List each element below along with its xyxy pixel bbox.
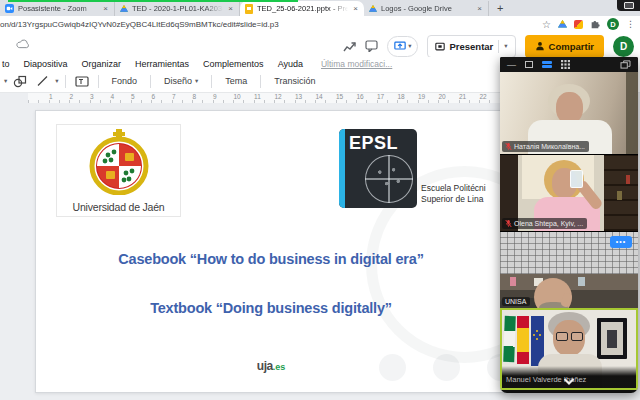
slide[interactable]: Universidad de Jaén EPSL Escuela Politéc… bbox=[35, 110, 507, 393]
close-icon[interactable]: × bbox=[227, 5, 234, 13]
drinking-glass-decor bbox=[570, 170, 583, 188]
menu-herramientas[interactable]: Herramientas bbox=[128, 59, 196, 69]
menu-organizar[interactable]: Organizar bbox=[75, 59, 129, 69]
slideshow-icon bbox=[435, 42, 445, 51]
ruler-number: 21 bbox=[459, 93, 466, 100]
andalusia-flag-decor bbox=[503, 316, 516, 362]
uja-caption: Universidad de Jaén bbox=[57, 201, 180, 213]
chevron-down-icon[interactable]: ▾ bbox=[4, 77, 7, 85]
browser-toolbar: on/d/13YrgspuCGwiqb4zIQYvN0zEyQBC4LItEd6… bbox=[0, 16, 640, 33]
chevron-down-icon[interactable]: ▾ bbox=[55, 77, 58, 85]
browser-profile-avatar[interactable]: D bbox=[607, 18, 619, 30]
close-icon[interactable]: × bbox=[352, 5, 359, 13]
line-tool-icon[interactable] bbox=[33, 75, 52, 87]
participant-name-label: Наталія Миколаївна... bbox=[502, 141, 589, 153]
ruler-number: 18 bbox=[398, 93, 405, 100]
shelf-item-decor bbox=[578, 277, 585, 286]
present-to-meeting-button[interactable]: ▾ bbox=[387, 36, 418, 57]
divider bbox=[260, 75, 261, 88]
mic-muted-icon bbox=[505, 219, 512, 228]
share-button[interactable]: Compartir bbox=[525, 35, 604, 58]
activity-chart-icon[interactable] bbox=[343, 41, 356, 52]
background-button[interactable]: Fondo bbox=[105, 76, 145, 86]
comments-icon[interactable] bbox=[365, 40, 378, 52]
new-tab-button[interactable]: + bbox=[489, 1, 511, 16]
speaker-view-icon[interactable] bbox=[525, 61, 533, 68]
tab-drive-ted[interactable]: TED - 2020-1-PL01-KA203-0 × bbox=[115, 1, 240, 16]
tab-title: TED_25-06-2021.pptx - Prese bbox=[257, 4, 348, 13]
shelf-item-decor bbox=[510, 277, 516, 286]
popout-icon[interactable] bbox=[620, 60, 631, 69]
menu-ayuda[interactable]: Ayuda bbox=[271, 59, 310, 69]
present-button[interactable]: Presentar ▾ bbox=[427, 35, 515, 58]
tab-zoom[interactable]: Posasistente - Zoom × bbox=[0, 1, 115, 16]
uja-logo-block[interactable]: Universidad de Jaén bbox=[56, 124, 181, 217]
menu-complementos[interactable]: Complementos bbox=[196, 59, 271, 69]
google-slides-icon bbox=[245, 4, 253, 14]
glasses-decor bbox=[556, 332, 583, 341]
slide-title-line2[interactable]: Textbook “Doing business digitally” bbox=[36, 300, 506, 316]
epsl-caption: Escuela Politécni Superior de Lina bbox=[421, 183, 486, 205]
shapes-tool-icon[interactable] bbox=[10, 75, 30, 88]
screen-share-green-border bbox=[8, 0, 298, 2]
tab-drive-logos[interactable]: Logos - Google Drive × bbox=[364, 1, 489, 16]
collapse-panel-chevron-icon[interactable] bbox=[563, 378, 575, 385]
save-status-cloud-icon bbox=[16, 39, 29, 49]
tab-title: Logos - Google Drive bbox=[381, 4, 472, 13]
ruler-number: 12 bbox=[275, 93, 282, 100]
slide-title-line1[interactable]: Casebook “How to do business in digital … bbox=[36, 251, 506, 267]
extensions-puzzle-icon[interactable] bbox=[590, 19, 600, 29]
theme-button[interactable]: Tema bbox=[218, 76, 254, 86]
account-avatar[interactable]: D bbox=[613, 36, 634, 57]
minimize-icon[interactable]: — bbox=[507, 62, 516, 68]
docs-header: ▾ Presentar ▾ Compartir D bbox=[0, 32, 640, 57]
background-decor bbox=[626, 72, 638, 154]
close-icon[interactable]: × bbox=[102, 5, 109, 13]
minimized-video-icon bbox=[624, 2, 634, 9]
ruler-number: 11 bbox=[254, 93, 261, 100]
epsl-globe-icon bbox=[365, 155, 413, 203]
participant-name-label: UNISA bbox=[502, 297, 530, 307]
chevron-down-icon[interactable]: ▾ bbox=[504, 42, 507, 50]
ruler-number: 20 bbox=[439, 93, 446, 100]
extension-icon[interactable] bbox=[574, 20, 583, 29]
last-modified-link[interactable]: Última modificaci... bbox=[314, 59, 399, 69]
divider bbox=[211, 75, 212, 88]
transition-button[interactable]: Transición bbox=[267, 76, 322, 86]
ruler-number: 15 bbox=[336, 93, 343, 100]
browser-menu-kebab-icon[interactable]: ⋮ bbox=[626, 19, 635, 29]
book-decor bbox=[626, 175, 630, 184]
menu-formato-partial[interactable]: to bbox=[0, 59, 17, 69]
ruler-number: 1 bbox=[49, 93, 53, 100]
ruler-number: 9 bbox=[213, 93, 217, 100]
drive-extension-icon[interactable] bbox=[558, 20, 567, 28]
participant-video-4-active-speaker[interactable]: Manuel Valverde Ibáñez bbox=[500, 308, 638, 390]
more-options-button[interactable]: ••• bbox=[610, 236, 632, 248]
close-icon[interactable]: × bbox=[476, 5, 483, 13]
address-bar[interactable]: on/d/13YrgspuCGwiqb4zIQYvN0zEyQBC4LItEd6… bbox=[0, 20, 542, 29]
ruler-number: 2 bbox=[70, 93, 74, 100]
bookmark-star-icon[interactable]: ☆ bbox=[542, 19, 551, 30]
gallery-strip-view-icon[interactable] bbox=[542, 60, 552, 69]
person-icon bbox=[535, 41, 545, 51]
gallery-grid-view-icon[interactable] bbox=[561, 60, 570, 69]
mic-muted-icon bbox=[505, 142, 512, 151]
epsl-logo[interactable]: EPSL bbox=[339, 129, 417, 208]
participant-video-1[interactable]: Наталія Миколаївна... bbox=[500, 72, 638, 154]
text-box-tool-icon[interactable] bbox=[72, 76, 92, 87]
menu-diapositiva[interactable]: Diapositiva bbox=[17, 59, 75, 69]
zoom-window[interactable]: — Наталія Миколаївна... bbox=[500, 57, 638, 393]
book-decor bbox=[617, 191, 622, 200]
zoom-floating-control[interactable] bbox=[617, 0, 640, 11]
screen: Posasistente - Zoom × TED - 2020-1-PL01-… bbox=[0, 0, 640, 400]
layout-button[interactable]: Diseño▾ bbox=[157, 76, 205, 86]
participant-video-2[interactable]: Olena Shtepa, Kyiv, ... bbox=[500, 154, 638, 231]
zoom-title-bar: — bbox=[500, 57, 638, 72]
google-drive-icon bbox=[120, 5, 128, 12]
tab-slides-active[interactable]: TED_25-06-2021.pptx - Prese × bbox=[240, 1, 364, 16]
ruler-number: 17 bbox=[377, 93, 384, 100]
ruler-number: 22 bbox=[480, 93, 487, 100]
participant-video-3[interactable]: ••• UNISA bbox=[500, 231, 638, 308]
chevron-down-icon: ▾ bbox=[408, 42, 411, 50]
spain-flag-decor bbox=[517, 316, 529, 364]
